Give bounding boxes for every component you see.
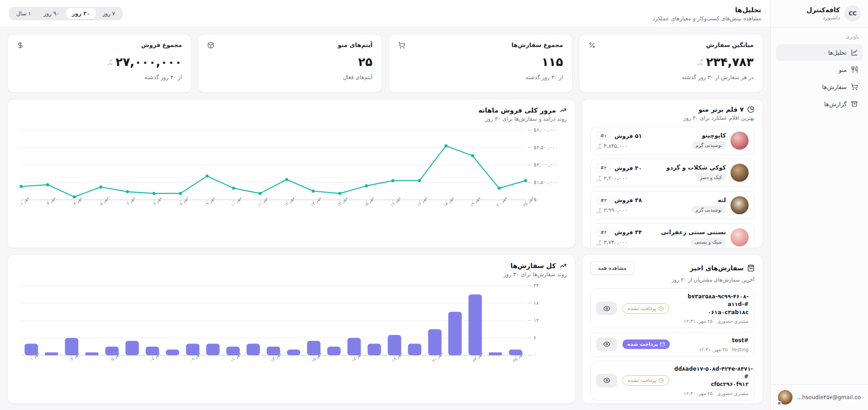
- pie-chart-icon: [747, 106, 754, 113]
- view-all-orders-button[interactable]: مشاهده همه: [590, 261, 634, 275]
- status-dot: [777, 401, 782, 405]
- order-id: test#: [675, 337, 749, 344]
- toman-unit: تومان: [596, 142, 602, 150]
- svg-text:مهر ۰۴: مهر ۰۴: [71, 195, 83, 208]
- menu-item-row[interactable]: لته نوشیدنی گرم ۳۸ فروش #۳ ۳,۹۹۰,۰۰۰توما…: [590, 191, 754, 219]
- menu-item-rank-badge: #۲: [596, 164, 611, 172]
- trending-up-icon: [560, 262, 567, 269]
- line-chart-icon: [851, 49, 858, 56]
- orders-chart-title: کل سفارش‌ها: [511, 262, 556, 269]
- order-id: dd۸ade۱۷-۵۰۸d-۴۲۴e-۸۴۷۱-#cf۵c۲۹۶۰f۹۱۲: [674, 365, 749, 389]
- time-range-button[interactable]: ۹۰ روز: [38, 8, 65, 19]
- svg-text:$۴,۵۰۰,۰۰۰: $۴,۵۰۰,۰۰۰: [534, 145, 557, 150]
- svg-text:مهر ۱۹: مهر ۱۹: [469, 195, 481, 208]
- main-area: تحلیل‌ها مشاهده بینش‌های کسب‌وکار و معیا…: [0, 0, 770, 410]
- view-order-button[interactable]: [596, 338, 617, 351]
- cart-icon: [398, 42, 405, 49]
- sidebar-item[interactable]: گزارش‌ها: [776, 96, 863, 112]
- sidebar-item[interactable]: منو: [776, 61, 863, 78]
- page-subtitle: مشاهده بینش‌های کسب‌وکار و معیارهای عملک…: [653, 15, 761, 22]
- order-row[interactable]: test# testing ۲۵ مهر, ۱۲:۳۱ پرداخت شده: [590, 332, 754, 356]
- menu-item-category-badge: نوشیدنی گرم: [692, 206, 726, 214]
- order-time: ۲۵ مهر, ۱۲:۳۱: [684, 318, 713, 324]
- stat-card: آیتم‌های منو ۲۵ آیتم‌های فعال: [198, 34, 382, 93]
- menu-item-amount: ۳,۹۹۰,۰۰۰تومان: [596, 207, 628, 214]
- time-range-button[interactable]: ۱ سال: [10, 8, 37, 19]
- order-row[interactable]: b۷۳a۲۵۸a-۹c۹۹-۴۶۰۸-a۱۱d-#۰۶۱a۰c۳ab۱۸c مش…: [590, 288, 754, 328]
- orders-bar-chart: ۰۶۱۲۱۸۲۴مهر ۰۱مهر ۰۳مهر ۰۵مهر ۰۷مهر ۰۹مه…: [16, 278, 567, 389]
- time-range-button[interactable]: ۳۰ روز: [66, 8, 96, 19]
- eye-icon: [603, 305, 610, 312]
- nav-section-label: ناوبری: [776, 34, 863, 44]
- svg-text:مهر ۲۰: مهر ۲۰: [495, 195, 508, 208]
- utensils-icon: [851, 66, 858, 73]
- svg-text:مهر ۱۲: مهر ۱۲: [283, 195, 295, 208]
- app-subtitle: داشبورد: [806, 14, 840, 21]
- lower-grid: ۷ قلم برتر منو بهترین اقلام عملکرد برای …: [7, 99, 763, 404]
- sidebar-item-label: منو: [839, 66, 847, 73]
- stat-card: مجموع فروش ۲۷,۰۰۰,۰۰۰ تومان از ۳۰ روز گذ…: [7, 34, 191, 93]
- stat-title: مجموع فروش: [141, 42, 182, 48]
- view-order-button[interactable]: [596, 302, 617, 315]
- menu-item-amount: ۴,۸۴۵,۰۰۰تومان: [596, 142, 628, 150]
- sales-overview-card: مرور کلی فروش ماهانه روند درآمد و سفارش‌…: [7, 99, 575, 248]
- sidebar-item[interactable]: سفارش‌ها: [776, 79, 863, 95]
- user-email: ...hsoudie۴۵۷@gmail.com: [797, 394, 861, 401]
- stats-row: میانگین سفارش ۲۳۴,۷۸۳ تومان در هر سفارش …: [7, 34, 763, 93]
- recent-orders-subtitle: آخرین سفارش‌های مشتریان از ۳۰ روز: [590, 277, 754, 283]
- menu-item-name: کوکی شکلات و گردو: [646, 164, 726, 171]
- sidebar-item-label: گزارش‌ها: [824, 101, 847, 108]
- unpaid-status-badge: پرداخت نشده: [622, 303, 669, 314]
- stat-note: آیتم‌های فعال: [207, 74, 372, 80]
- svg-text:مهر ۰۱: مهر ۰۱: [18, 195, 30, 208]
- order-id: b۷۳a۲۵۸a-۹c۹۹-۴۶۰۸-a۱۱d-#۰۶۱a۰c۳ab۱۸c: [674, 293, 749, 316]
- order-row[interactable]: dd۸ade۱۷-۵۰۸d-۴۲۴e-۸۴۷۱-#cf۵c۲۹۶۰f۹۱۲ مش…: [590, 361, 754, 401]
- svg-text:مهر ۰۶: مهر ۰۶: [123, 195, 136, 208]
- content: میانگین سفارش ۲۳۴,۷۸۳ تومان در هر سفارش …: [0, 28, 770, 410]
- view-order-button[interactable]: [596, 374, 617, 387]
- menu-item-row[interactable]: کاپوچینو نوشیدنی گرم ۵۱ فروش #۱ ۴,۸۴۵,۰۰…: [590, 127, 754, 155]
- svg-text:۱۸: ۱۸: [534, 300, 539, 306]
- stat-value: ۱۱۵: [541, 55, 563, 69]
- cart-icon: [851, 83, 858, 90]
- package-icon: [207, 42, 214, 49]
- time-range-button[interactable]: ۷ روز: [97, 8, 121, 19]
- svg-text:مهر ۰۸: مهر ۰۸: [177, 195, 189, 208]
- app-name: کافه‌کنترل: [806, 6, 840, 14]
- recent-orders-title: سفارش‌های اخیر: [690, 264, 744, 272]
- sidebar-nav: ناوبری تحلیل‌ها منو سفارش‌ها گزارش‌ها: [771, 28, 868, 384]
- archive-icon: [851, 100, 858, 108]
- charts-column: مرور کلی فروش ماهانه روند درآمد و سفارش‌…: [7, 99, 575, 404]
- menu-item-category-badge: کیک و دسر: [696, 173, 726, 181]
- stat-title: آیتم‌های منو: [338, 42, 373, 48]
- stat-card: میانگین سفارش ۲۳۴,۷۸۳ تومان در هر سفارش …: [579, 34, 763, 93]
- menu-item-row[interactable]: کوکی شکلات و گردو کیک و دسر ۴۰ فروش #۲ ۲…: [590, 159, 754, 187]
- svg-text:مهر ۰۹: مهر ۰۹: [203, 195, 215, 208]
- toman-unit: تومان: [596, 207, 602, 214]
- sidebar-item[interactable]: تحلیل‌ها: [776, 44, 863, 61]
- stat-value: ۲۳۴,۷۸۳: [706, 55, 754, 69]
- svg-text:$۳,۰۰۰,۰۰۰: $۳,۰۰۰,۰۰۰: [534, 162, 557, 167]
- sidebar-footer: ...hsoudie۴۵۷@gmail.com: [771, 384, 868, 410]
- orders-chart-subtitle: روند سفارش‌ها برای ۳۰ روز: [16, 271, 567, 278]
- menu-item-image: [730, 164, 749, 182]
- menu-item-category-badge: شیک و بستنی: [691, 238, 726, 246]
- menu-item-row[interactable]: بستنی سنتی زعفرانی شیک و بستنی ۳۴ فروش #…: [590, 223, 754, 248]
- recent-orders-panel: سفارش‌های اخیر مشاهده همه آخرین سفارش‌ها…: [582, 254, 763, 404]
- svg-text:مهر ۲۵: مهر ۲۵: [522, 195, 534, 208]
- menu-item-rank-badge: #۳: [596, 196, 611, 204]
- paid-status-badge: پرداخت شده: [622, 339, 670, 349]
- stat-note: از ۳۰ روز گذشته: [398, 74, 563, 80]
- toman-unit: تومان: [107, 58, 113, 66]
- menu-item-name: بستنی سنتی زعفرانی: [646, 229, 726, 236]
- top-items-panel: ۷ قلم برتر منو بهترین اقلام عملکرد برای …: [582, 99, 763, 248]
- side-column: ۷ قلم برتر منو بهترین اقلام عملکرد برای …: [582, 99, 763, 404]
- svg-text:مهر ۱۵: مهر ۱۵: [363, 195, 375, 208]
- user-avatar[interactable]: [778, 390, 792, 405]
- svg-text:$۰: $۰: [534, 197, 539, 202]
- sales-chart-subtitle: روند درآمد و سفارش‌ها برای ۳۰ روز: [16, 116, 567, 122]
- credit-card-icon: [660, 342, 665, 347]
- stat-card: مجموع سفارش‌ها ۱۱۵ از ۳۰ روز گذشته: [389, 34, 573, 93]
- stat-value: ۲۵: [358, 55, 373, 69]
- menu-item-image: [730, 132, 749, 150]
